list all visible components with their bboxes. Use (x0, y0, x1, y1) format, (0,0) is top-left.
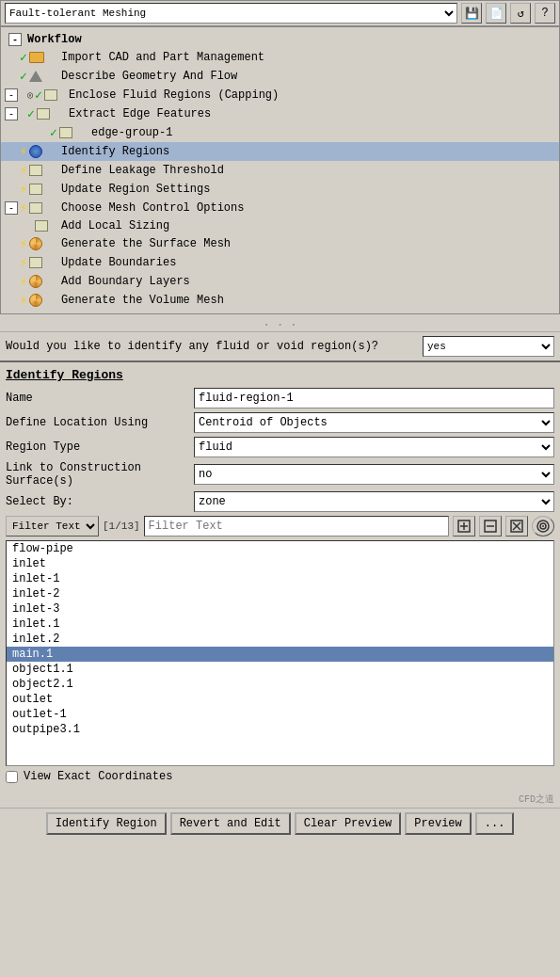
select-by-row: Select By: zone (6, 491, 554, 512)
bolt-icon: ⚡ (20, 182, 27, 197)
mesh-icon (29, 237, 42, 250)
workflow-item-identify[interactable]: ⚡ Identify Regions (1, 142, 559, 161)
location-row: Define Location Using Centroid of Object… (6, 412, 554, 433)
extract-collapse-btn[interactable]: - (5, 107, 18, 120)
check-icon: ✓ (50, 125, 57, 140)
workflow-item-update-boundaries[interactable]: ⚡ Update Boundaries (1, 253, 559, 272)
identify-regions-title: Identify Regions (6, 368, 554, 382)
workflow-item-edge-group[interactable]: ✓ edge-group-1 (1, 123, 559, 142)
list-item[interactable]: inlet-3 (7, 601, 553, 617)
workflow-item-update-region[interactable]: ⚡ Update Region Settings (1, 180, 559, 199)
clear-icon[interactable] (505, 516, 528, 537)
link-select[interactable]: no (194, 464, 554, 485)
workflow-collapse-btn[interactable]: - (8, 33, 22, 46)
identify-region-button[interactable]: Identify Region (46, 812, 167, 835)
reset-icon[interactable]: ↺ (510, 3, 531, 24)
folder-icon (29, 52, 44, 63)
list-item[interactable]: outlet-1 (7, 707, 553, 722)
list-item[interactable]: object2.1 (7, 677, 553, 692)
workflow-item-extract[interactable]: - ✓ Extract Edge Features (1, 104, 559, 123)
mesh-icon (29, 275, 42, 288)
workflow-item-choose-mesh[interactable]: - ⚡ Choose Mesh Control Options (1, 199, 559, 217)
name-label: Name (6, 392, 194, 405)
revert-edit-button[interactable]: Revert and Edit (170, 812, 291, 835)
name-input[interactable] (194, 388, 554, 408)
list-item[interactable]: flow-pipe (7, 541, 553, 556)
workflow-item-leakage[interactable]: ⚡ Define Leakage Threshold (1, 161, 559, 180)
workflow-item-import[interactable]: ✓ Import CAD and Part Management (1, 48, 559, 67)
bolt-icon: ⚡ (20, 144, 27, 159)
workflow-item-enclose[interactable]: - ◎ ✓ Enclose Fluid Regions (Capping) (1, 86, 559, 104)
exact-coords-row: View Exact Coordinates (6, 766, 554, 787)
select-all-icon[interactable] (453, 516, 475, 537)
radio-icon: ◎ (27, 89, 33, 101)
workflow-item-label: Generate the Surface Mesh (61, 237, 231, 250)
select-by-select[interactable]: zone (194, 491, 554, 512)
box-icon (37, 108, 50, 120)
location-select[interactable]: Centroid of Objects (194, 412, 554, 433)
workflow-item-label: Import CAD and Part Management (61, 51, 264, 64)
question-label: Would you like to identify any fluid or … (6, 340, 419, 353)
enclose-collapse-btn[interactable]: - (5, 88, 18, 102)
workflow-item-label: Extract Edge Features (69, 107, 211, 120)
workflow-item-add-boundary[interactable]: ⚡ Add Boundary Layers (1, 272, 559, 291)
zone-list-box[interactable]: flow-pipeinletinlet-1inlet-2inlet-3inlet… (6, 540, 554, 766)
filter-row: Filter Text [1/13] (6, 516, 554, 537)
question-select[interactable]: yes no (423, 336, 554, 357)
select-by-label: Select By: (6, 495, 194, 508)
preview-button[interactable]: Preview (405, 812, 471, 835)
export-icon[interactable]: 📄 (486, 3, 506, 24)
help-icon[interactable]: ? (535, 3, 555, 24)
list-item[interactable]: outlet (7, 692, 553, 707)
choose-collapse-btn[interactable]: - (5, 201, 18, 215)
box-icon (35, 220, 48, 232)
save-icon[interactable]: 💾 (461, 3, 482, 24)
box-icon (59, 127, 72, 138)
more-button[interactable]: ... (475, 812, 515, 835)
region-type-select[interactable]: fluid (194, 437, 554, 457)
workflow-item-label: Generate the Volume Mesh (61, 294, 224, 307)
bolt-icon: ⚡ (20, 163, 27, 178)
bottom-buttons: Identify Region Revert and Edit Clear Pr… (0, 808, 560, 839)
identify-regions-section: Identify Regions Name Define Location Us… (0, 360, 560, 791)
filter-input[interactable] (144, 516, 449, 537)
bolt-icon: ⚡ (20, 236, 27, 251)
workflow-item-gen-surface[interactable]: ⚡ Generate the Surface Mesh (1, 234, 559, 253)
workflow-item-label: Describe Geometry And Flow (61, 70, 237, 83)
workflow-item-gen-volume[interactable]: ⚡ Generate the Volume Mesh (1, 291, 559, 310)
target-icon[interactable] (532, 516, 554, 537)
check-icon: ✓ (27, 106, 35, 121)
workflow-item-label: Enclose Fluid Regions (Capping) (69, 88, 279, 102)
filter-type-select[interactable]: Filter Text (6, 516, 99, 537)
link-label: Link to Construction Surface(s) (6, 461, 194, 488)
link-row: Link to Construction Surface(s) no (6, 461, 554, 488)
list-item[interactable]: inlet.1 (7, 617, 553, 632)
box-icon (44, 89, 57, 101)
workflow-item-add-local[interactable]: Add Local Sizing (1, 217, 559, 234)
watermark: CFD之道 (0, 791, 560, 808)
workflow-item-label: Define Leakage Threshold (61, 164, 224, 177)
workflow-label: Workflow (27, 33, 82, 46)
list-item[interactable]: inlet.2 (7, 632, 553, 647)
clear-preview-button[interactable]: Clear Preview (295, 812, 402, 835)
bolt-icon: ⚡ (20, 293, 27, 308)
workflow-item-label: Choose Mesh Control Options (61, 201, 244, 215)
app-title-select[interactable]: Fault-tolerant Meshing (5, 3, 457, 24)
check-icon: ✓ (20, 69, 27, 84)
list-item[interactable]: inlet-1 (7, 571, 553, 586)
check-icon: ✓ (35, 88, 42, 103)
question-row: Would you like to identify any fluid or … (0, 331, 560, 360)
check-icon: ✓ (20, 50, 27, 65)
list-item[interactable]: inlet-2 (7, 586, 553, 601)
view-exact-coords-checkbox[interactable] (6, 771, 18, 783)
list-item[interactable]: main.1 (7, 647, 553, 662)
workflow-panel: - Workflow ✓ Import CAD and Part Managem… (0, 26, 560, 314)
workflow-item-label: Add Boundary Layers (61, 275, 190, 288)
bolt-icon: ⚡ (20, 255, 27, 270)
bolt-icon: ⚡ (20, 274, 27, 289)
deselect-icon[interactable] (479, 516, 502, 537)
list-item[interactable]: outpipe3.1 (7, 722, 553, 737)
list-item[interactable]: inlet (7, 556, 553, 571)
list-item[interactable]: object1.1 (7, 662, 553, 677)
workflow-item-describe[interactable]: ✓ Describe Geometry And Flow (1, 67, 559, 86)
